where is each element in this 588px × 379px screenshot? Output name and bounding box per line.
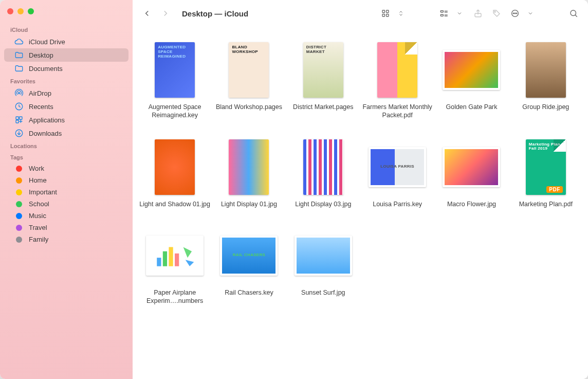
svg-rect-10 [387,14,389,17]
file-label: Golden Gate Park [446,103,497,111]
sidebar-item-label: iCloud Drive [29,38,65,46]
sidebar-item-travel[interactable]: Travel [4,222,128,233]
svg-rect-4 [16,120,19,123]
search-button[interactable] [566,6,581,21]
file-thumbnail [220,138,278,196]
file-thumbnail [369,41,426,99]
view-mode-button[interactable] [378,6,408,21]
svg-rect-11 [440,11,443,12]
window-title: Desktop — iCloud [182,9,248,18]
more-button[interactable] [508,6,538,21]
sidebar-item-label: Downloads [29,130,62,137]
file-thumbnail [146,138,204,196]
file-item[interactable]: DISTRICT MARKETDistrict Market.pages [287,41,359,120]
file-item[interactable]: Macro Flower.jpg [435,138,507,208]
forward-button[interactable] [158,6,173,21]
tag-dot-icon [14,189,24,195]
pdf-badge: PDF [546,186,563,193]
file-item[interactable]: Light Display 01.jpg [213,138,285,208]
tags-button[interactable] [489,6,504,21]
file-item[interactable]: LOUISA PARRISLouisa Parris.key [361,138,433,208]
ellipsis-icon [508,6,522,21]
svg-point-21 [514,13,516,14]
sidebar-section-title: Tags [0,151,133,163]
file-item[interactable]: Golden Gate Park [435,41,507,120]
file-thumbnail: DISTRICT MARKET [295,41,352,99]
file-label: Light Display 01.jpg [221,200,277,208]
folder-icon [14,64,24,73]
file-thumbnail: RAIL CHASERS [220,227,278,284]
clock-icon [14,102,24,111]
sidebar-item-family[interactable]: Family [4,233,128,245]
file-label: Farmers Market Monthly Packet.pdf [361,103,433,120]
sidebar-item-school[interactable]: School [4,198,128,210]
file-item[interactable]: AUGMENTED SPACE REIMAGINEDAugmented Spac… [139,41,211,120]
file-grid-container: AUGMENTED SPACE REIMAGINEDAugmented Spac… [133,27,588,379]
svg-rect-12 [440,14,443,16]
file-label: Light Display 03.jpg [295,200,351,208]
sidebar-item-airdrop[interactable]: AirDrop [4,86,128,100]
svg-point-18 [494,11,495,12]
sidebar-item-home[interactable]: Home [4,174,128,186]
minimize-button[interactable] [17,8,24,14]
svg-rect-9 [382,14,385,17]
file-label: District Market.pages [293,103,353,111]
file-label: Sunset Surf.jpg [301,288,345,297]
sidebar-item-documents[interactable]: Documents [4,62,128,75]
fullscreen-button[interactable] [28,8,34,14]
toolbar: Desktop — iCloud [133,0,588,27]
file-item[interactable]: Light and Shadow 01.jpg [139,138,211,208]
close-button[interactable] [7,8,13,14]
tag-dot-icon [14,237,24,243]
chevron-updown-icon [394,6,408,21]
sidebar-section-title: Favorites [0,75,133,86]
file-item[interactable]: Group Ride.jpeg [510,41,582,120]
sidebar-item-applications[interactable]: Applications [4,113,128,127]
sidebar-item-label: School [29,200,49,208]
airdrop-icon [14,88,24,98]
sidebar-item-label: Home [29,176,47,184]
file-thumbnail: LOUISA PARRIS [369,138,426,196]
tag-dot-icon [14,225,24,231]
file-thumbnail: AUGMENTED SPACE REIMAGINED [146,41,204,99]
back-button[interactable] [140,6,154,21]
svg-rect-3 [20,117,22,119]
file-item[interactable]: BLAND WORKSHOPBland Workshop.pages [213,41,285,120]
file-item[interactable]: Farmers Market Monthly Packet.pdf [361,41,433,120]
svg-rect-25 [157,258,161,266]
sidebar-item-important[interactable]: Important [4,186,128,198]
sidebar-item-work[interactable]: Work [4,163,128,174]
file-item[interactable]: Paper Airplane Experim….numbers [139,227,211,305]
file-thumbnail [146,227,204,284]
svg-rect-2 [16,117,19,119]
download-icon [14,129,24,138]
tag-dot-icon [14,166,24,172]
svg-point-22 [516,13,517,14]
file-label: Marketing Plan.pdf [519,200,573,208]
sidebar-item-downloads[interactable]: Downloads [4,127,128,140]
sidebar-item-icloud-drive[interactable]: iCloud Drive [4,35,128,48]
file-label: Rail Chasers.key [225,288,273,297]
share-button[interactable] [471,6,485,21]
sidebar-item-music[interactable]: Music [4,210,128,222]
main-pane: Desktop — iCloud [133,0,588,379]
sidebar-item-recents[interactable]: Recents [4,100,128,113]
svg-line-24 [575,15,577,17]
file-label: Paper Airplane Experim….numbers [139,288,211,305]
sidebar-item-desktop[interactable]: Desktop [4,48,128,62]
svg-rect-27 [169,247,173,266]
file-thumbnail: Marketing Plan Fall 2019PDF [517,138,575,196]
folder-icon [14,50,24,60]
file-item[interactable]: Light Display 03.jpg [287,138,359,208]
file-thumbnail [443,138,500,196]
svg-rect-7 [382,10,385,13]
file-item[interactable]: Marketing Plan Fall 2019PDFMarketing Pla… [510,138,582,208]
chevron-down-icon [523,6,538,21]
svg-rect-28 [175,254,179,266]
sidebar-item-label: Music [29,212,46,220]
group-by-button[interactable] [437,6,467,21]
file-thumbnail: BLAND WORKSHOP [220,41,278,99]
sidebar: iCloudiCloud DriveDesktopDocumentsFavori… [0,0,133,379]
file-item[interactable]: Sunset Surf.jpg [287,227,359,305]
file-item[interactable]: RAIL CHASERSRail Chasers.key [213,227,285,305]
